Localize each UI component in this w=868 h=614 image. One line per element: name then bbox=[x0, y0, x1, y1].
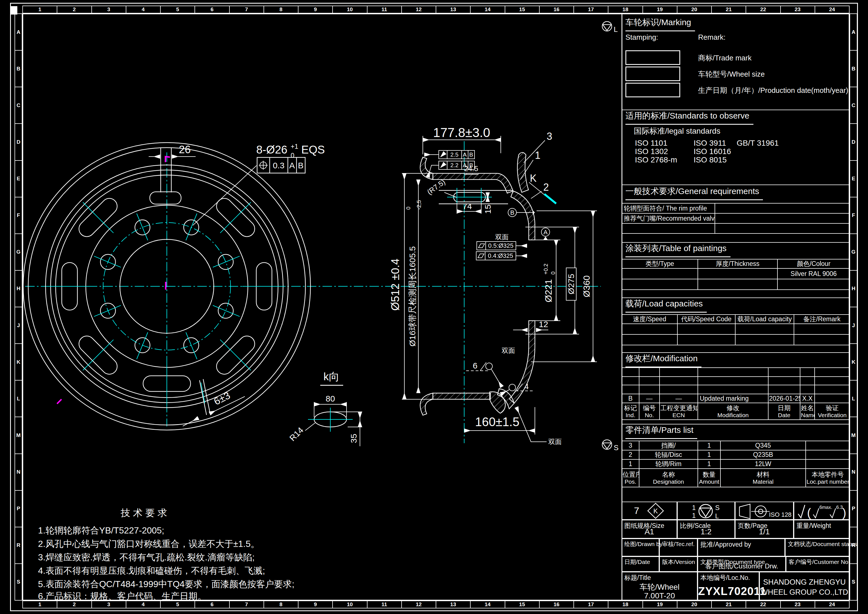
balloon-1: 1 bbox=[535, 149, 541, 161]
modification-table: B — — Updated marking 2026-01-25 X.X 标记I… bbox=[622, 367, 850, 420]
dim-221-label: Ø221 bbox=[543, 279, 553, 302]
marking-row-label: 生产日期（月/年）/Production date(moth/year) bbox=[698, 85, 848, 95]
part-loc bbox=[806, 459, 850, 469]
svg-text:B: B bbox=[510, 209, 515, 216]
parts-header-row: 位置序号Pos. 名称Designation 数量Amount 材料Materi… bbox=[622, 469, 850, 487]
standard-item: ISO 2768-m bbox=[635, 155, 677, 165]
parts-row: 2 轮辐/Disc 1 Q235B bbox=[622, 450, 850, 459]
tech-req-item: 2.风孔中心线与气门豁口对称线重合，误差不大于±1.5。 bbox=[38, 538, 260, 550]
stamping-label: Stamping: bbox=[625, 33, 658, 42]
standard-item: ISO 1101 bbox=[635, 139, 667, 148]
stamping-box bbox=[625, 83, 680, 97]
dim-360-label: Ø360 bbox=[581, 275, 592, 297]
loads-header: 备注/Remark bbox=[794, 314, 850, 324]
tech-req-item: 6.产品标识：规格、客户代码、生产日期。 bbox=[38, 590, 206, 603]
general-req-row-value bbox=[715, 203, 850, 213]
marking-row-label: 车轮型号/Wheel size bbox=[698, 69, 764, 79]
locno-value: ZYXL702011 bbox=[698, 585, 759, 597]
tb-tecref-cell: 审核/Tec.ref. bbox=[659, 538, 698, 556]
dim-26-label: 26 bbox=[179, 144, 191, 155]
general-req-row-value bbox=[715, 213, 850, 224]
k-view-title: k向 bbox=[324, 371, 339, 382]
svg-text:6: 6 bbox=[473, 361, 477, 370]
parts-table: 3 挡圈/ 1 Q345 2 轮辐/Disc 1 Q235B 1 轮辋/Rim … bbox=[622, 441, 850, 487]
svg-text:A: A bbox=[544, 229, 548, 236]
version-label: 版本/Version bbox=[662, 558, 695, 566]
dim-245-label: 24.5 bbox=[464, 165, 479, 173]
proj-l: L bbox=[715, 512, 719, 519]
tb-roughness-cell: ( 6max. 6.3 ) bbox=[794, 502, 849, 520]
tech-req-item: 3.焊缝应致密.焊透，不得有气孔.疏松.裂纹.滴瘤等缺陷; bbox=[38, 551, 254, 564]
tb-qty-cell: 7 K bbox=[622, 502, 677, 520]
dim-12-label: 12 bbox=[539, 320, 548, 329]
surface-mark-bottom: S bbox=[602, 440, 618, 452]
standards-subtitle: 国际标准/legal standards bbox=[634, 126, 721, 137]
loads-title: 载荷/Load capacities bbox=[625, 298, 707, 312]
tb-drawn-cell: 绘图/Drawn by bbox=[622, 538, 659, 556]
magenta-marks bbox=[57, 157, 170, 404]
tb-qty: 7 bbox=[634, 505, 639, 516]
standard-item: GB/T 31961 bbox=[737, 139, 778, 148]
proj-s: S bbox=[715, 504, 719, 511]
part-designation: 挡圈/ bbox=[639, 441, 698, 450]
tb-projection-cell: 1 1 S L bbox=[677, 502, 735, 520]
page-value: 1/1 bbox=[736, 527, 793, 536]
rough-value: 6.3 bbox=[836, 505, 843, 510]
part-amount: 1 bbox=[698, 459, 721, 469]
tb-doctype-cell: 文档类型/Document type 客户图纸/Customer Drw. bbox=[698, 556, 786, 572]
runout1-datum-a: A bbox=[463, 151, 467, 158]
bolt-callout-text: 8-Ø26 bbox=[256, 143, 287, 156]
part-material: 12LW bbox=[721, 459, 806, 469]
runout1-value: 2.5 bbox=[450, 151, 458, 158]
doctype-value: 客户图纸/Customer Drw. bbox=[698, 562, 785, 570]
dim-80-label: 80 bbox=[326, 394, 335, 403]
tb-title-cell: 标题/Title 车轮/Wheel 7.00T-20 bbox=[622, 572, 698, 600]
loads-header: 速度/Speed bbox=[622, 314, 677, 324]
k-direction-label: K bbox=[530, 173, 536, 184]
parts-title: 零件清单/Parts list bbox=[625, 424, 697, 439]
modification-title: 修改栏/Modification bbox=[625, 353, 701, 367]
title-value-1: 车轮/Wheel bbox=[622, 582, 697, 592]
parts-row: 3 挡圈/ 1 Q345 bbox=[622, 441, 850, 450]
dim-r75-label: (R7.5) bbox=[426, 177, 447, 196]
iso-128-label: ISO 128 bbox=[769, 511, 792, 518]
mod-text: Updated marking bbox=[698, 394, 768, 403]
tech-req-item: 5.表面涂装符合QC/T484-1999中TQ4要求，面漆颜色按客户要求; bbox=[38, 578, 294, 591]
tb-k-letter: K bbox=[653, 507, 658, 515]
tb-iso-cell: ISO 128 bbox=[735, 502, 794, 520]
mod-ind: B bbox=[622, 394, 639, 403]
loads-table: 速度/Speed代码/Speed Code载荷/Load capacity备注/… bbox=[622, 314, 850, 345]
part-material: Q345 bbox=[721, 441, 806, 450]
position-icon bbox=[259, 161, 268, 170]
part-amount: 1 bbox=[698, 441, 721, 450]
tech-req-item: 4.表面不得有明显压痕.划痕和磕碰伤，不得有毛刺、飞溅; bbox=[38, 565, 265, 577]
part-designation: 轮辋/Rim bbox=[639, 459, 698, 469]
bolt-callout-sub: 0 bbox=[291, 152, 294, 159]
runout-frame-1: 2.5 A B bbox=[424, 151, 474, 159]
mod-name: X.X bbox=[800, 394, 815, 403]
standards-title: 适用的标准/Standards to observe bbox=[625, 110, 753, 125]
modification-header-row: 标记Ind. 编号No. 工程变更通知ECN 修改Modification 日期… bbox=[622, 403, 850, 420]
tb-page-cell: 页数/Page 1/1 bbox=[735, 520, 794, 538]
paintings-header: 类型/Type bbox=[622, 259, 698, 269]
part-pos: 3 bbox=[622, 441, 639, 450]
marking-row-label: 商标/Trade mark bbox=[698, 53, 752, 63]
part-amount: 1 bbox=[698, 450, 721, 459]
tecref-label: 审核/Tec.ref. bbox=[662, 540, 695, 548]
dim-width-label: 177.8±3.0 bbox=[433, 125, 490, 140]
tb-docstatus-cell: 文档状态/Document status bbox=[785, 538, 849, 556]
tb-company-cell: SHANDONG ZHENGYU WHEEL GROUP CO.,LTD bbox=[759, 572, 849, 600]
general-req-row-label: 推荐气门嘴/Recommended valve bbox=[622, 213, 715, 224]
mod-no: — bbox=[639, 394, 660, 403]
part-loc bbox=[806, 450, 850, 459]
locno-label: 本地编号/Loc.No. bbox=[700, 574, 750, 582]
stamping-box bbox=[625, 50, 680, 65]
dim-74-label: 74 bbox=[462, 202, 472, 211]
tb-approved-cell: 批准/Approved by bbox=[698, 538, 785, 556]
scale-value: 1:2 bbox=[678, 527, 735, 536]
pos-datum-b: B bbox=[298, 161, 304, 170]
surface-mark-top: L bbox=[602, 22, 618, 34]
dim-160-label: 160±1.5 bbox=[475, 415, 519, 429]
part-loc bbox=[806, 441, 850, 450]
title-value-2: 7.00T-20 bbox=[622, 591, 697, 600]
